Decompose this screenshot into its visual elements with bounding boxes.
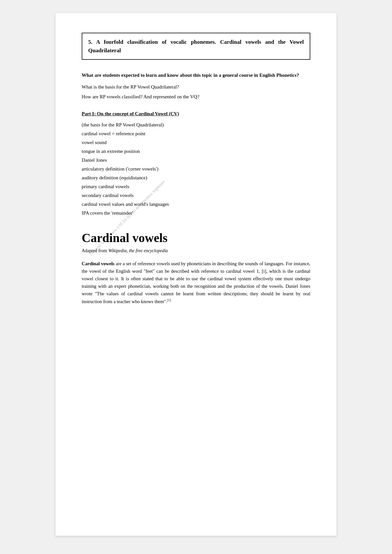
adapted-from-italic: Wikipedia, the free encyclopedia — [108, 248, 168, 253]
footnote-ref: [1] — [167, 298, 171, 302]
part-list-item: primary cardinal vowels — [82, 182, 310, 191]
part-list-item: cardinal vowel values and world's langua… — [82, 200, 310, 209]
part-list-item: tongue in an extreme position — [82, 147, 310, 156]
bold-question: What are students expected to learn and … — [82, 72, 310, 79]
cardinal-vowels-section: Cardinal vowels Adapted from Wikipedia, … — [82, 231, 310, 306]
part-list-item: vowel sound — [82, 138, 310, 147]
title-box: 5. A fourfold classification of vocalic … — [82, 33, 310, 60]
part-title: Part I: On the concept of Cardinal Vowel… — [82, 111, 310, 117]
part-list-item: IPA covers the 'remainder' — [82, 209, 310, 218]
adapted-from: Adapted from Wikipedia, the free encyclo… — [82, 248, 310, 253]
part-list-item: (the basis for the RP Vowel Quadrilatera… — [82, 121, 310, 129]
part-items-list: (the basis for the RP Vowel Quadrilatera… — [82, 121, 310, 218]
body-paragraph: Cardinal vowels are a set of reference v… — [82, 260, 310, 306]
part-list-item: secondary cardinal vowels — [82, 191, 310, 200]
question-1: What is the basis for the RP Vowel Quadr… — [82, 83, 310, 91]
section-questions: What are students expected to learn and … — [82, 72, 310, 101]
part-list-item: Daniel Jones — [82, 156, 310, 165]
page: (Signos Guille para 278.16 Grado en Estu… — [56, 13, 336, 536]
part-list-item: auditory definition (equidistance) — [82, 173, 310, 182]
cardinal-vowels-heading: Cardinal vowels — [82, 231, 310, 245]
question-2: How are RP vowels classified? And repres… — [82, 93, 310, 101]
cardinal-vowels-bold: Cardinal vowels — [82, 261, 114, 266]
part-list-item: articulatory definition ('corner vowels'… — [82, 165, 310, 173]
title-text: 5. A fourfold classification of vocalic … — [88, 38, 304, 55]
part-list-item: cardinal vowel = reference point — [82, 129, 310, 138]
adapted-from-prefix: Adapted from — [82, 248, 108, 253]
part-section: Part I: On the concept of Cardinal Vowel… — [82, 111, 310, 218]
